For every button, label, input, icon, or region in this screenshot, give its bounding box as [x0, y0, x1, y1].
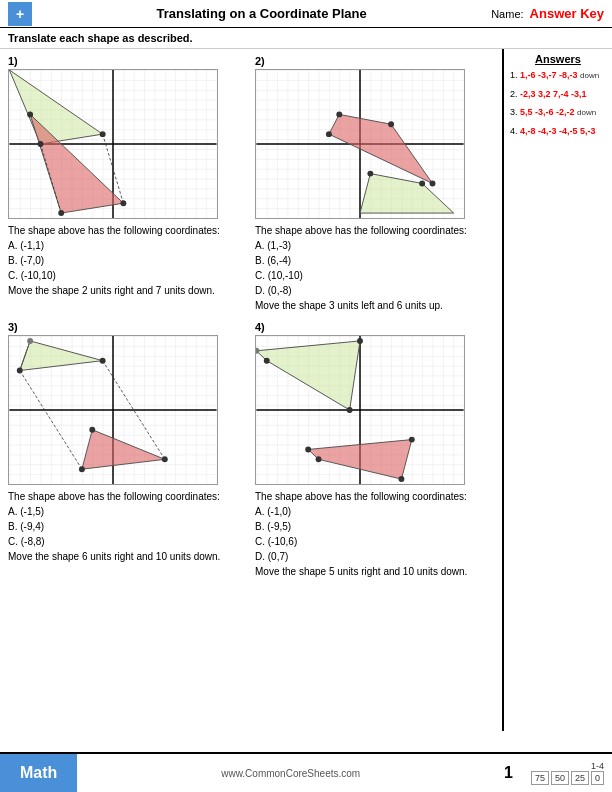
- svg-point-32: [162, 456, 168, 462]
- answers-title: Answers: [510, 53, 606, 65]
- problem-3-text: The shape above has the following coordi…: [8, 489, 247, 564]
- svg-point-18: [419, 181, 425, 187]
- answer-item-3: 3. 5,5 -3,-6 -2,-2 down: [510, 106, 606, 119]
- svg-point-42: [347, 407, 353, 413]
- score-25: 25: [571, 771, 589, 785]
- footer-range: 1-4: [531, 761, 604, 771]
- svg-point-31: [27, 338, 33, 344]
- problem-3: 3): [6, 319, 249, 581]
- svg-point-22: [326, 131, 332, 137]
- svg-point-17: [367, 171, 373, 177]
- footer-right: 1-4 75 50 25 0: [523, 761, 612, 785]
- problem-1-grid: [8, 69, 218, 219]
- footer: Math www.CommonCoreSheets.com 1 1-4 75 5…: [0, 752, 612, 792]
- score-0: 0: [591, 771, 604, 785]
- svg-point-43: [264, 358, 270, 364]
- problem-2: 2): [253, 53, 496, 315]
- svg-point-34: [89, 427, 95, 433]
- problems-grid: 1): [6, 53, 496, 581]
- main-content: 1): [0, 49, 612, 731]
- problem-2-number: 2): [255, 55, 494, 67]
- footer-page: 1: [504, 764, 523, 782]
- problem-1: 1): [6, 53, 249, 315]
- answer-item-1: 1. 1,-6 -3,-7 -8,-3 down: [510, 69, 606, 82]
- problem-2-grid: [255, 69, 465, 219]
- svg-point-47: [316, 456, 322, 462]
- problem-4-number: 4): [255, 321, 494, 333]
- svg-point-48: [305, 447, 311, 453]
- score-50: 50: [551, 771, 569, 785]
- answers-sidebar: Answers 1. 1,-6 -3,-7 -8,-3 down 2. -2,3…: [502, 49, 612, 731]
- svg-point-45: [357, 338, 363, 344]
- problem-2-text: The shape above has the following coordi…: [255, 223, 494, 313]
- answer-item-4: 4. 4,-8 -4,-3 -4,-5 5,-3: [510, 125, 606, 138]
- problem-4-grid: [255, 335, 465, 485]
- name-label: Name:: [491, 8, 523, 20]
- svg-point-19: [336, 111, 342, 117]
- problem-4-text: The shape above has the following coordi…: [255, 489, 494, 579]
- svg-point-49: [409, 437, 415, 443]
- logo-icon: +: [8, 2, 32, 26]
- footer-url: www.CommonCoreSheets.com: [77, 768, 504, 779]
- footer-scores: 75 50 25 0: [531, 771, 604, 785]
- svg-point-46: [398, 476, 404, 482]
- answer-key-label: Answer Key: [530, 6, 604, 21]
- page-title: Translating on a Coordinate Plane: [32, 6, 491, 21]
- answer-item-2: 2. -2,3 3,2 7,-4 -3,1: [510, 88, 606, 101]
- svg-point-7: [120, 200, 126, 206]
- score-75: 75: [531, 771, 549, 785]
- problem-1-text: The shape above has the following coordi…: [8, 223, 247, 298]
- svg-point-9: [27, 111, 33, 117]
- header: + Translating on a Coordinate Plane Name…: [0, 0, 612, 28]
- svg-point-30: [17, 368, 23, 374]
- svg-point-21: [430, 181, 436, 187]
- problem-1-number: 1): [8, 55, 247, 67]
- svg-point-20: [388, 121, 394, 127]
- problems-area: 1): [0, 49, 502, 731]
- footer-math-label: Math: [0, 754, 77, 792]
- svg-point-8: [58, 210, 64, 216]
- problem-3-number: 3): [8, 321, 247, 333]
- svg-point-33: [79, 466, 85, 472]
- instructions: Translate each shape as described.: [0, 28, 612, 49]
- problem-4: 4): [253, 319, 496, 581]
- problem-3-grid: [8, 335, 218, 485]
